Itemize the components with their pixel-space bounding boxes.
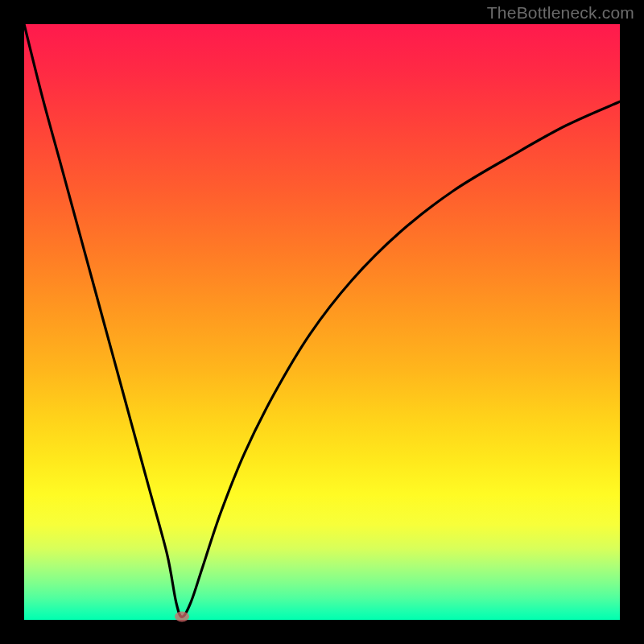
curve-svg — [24, 24, 620, 620]
bottleneck-curve — [24, 24, 620, 617]
min-marker — [175, 612, 189, 622]
chart-frame: TheBottleneck.com — [0, 0, 644, 644]
watermark-text: TheBottleneck.com — [487, 3, 634, 23]
plot-area — [24, 24, 620, 620]
